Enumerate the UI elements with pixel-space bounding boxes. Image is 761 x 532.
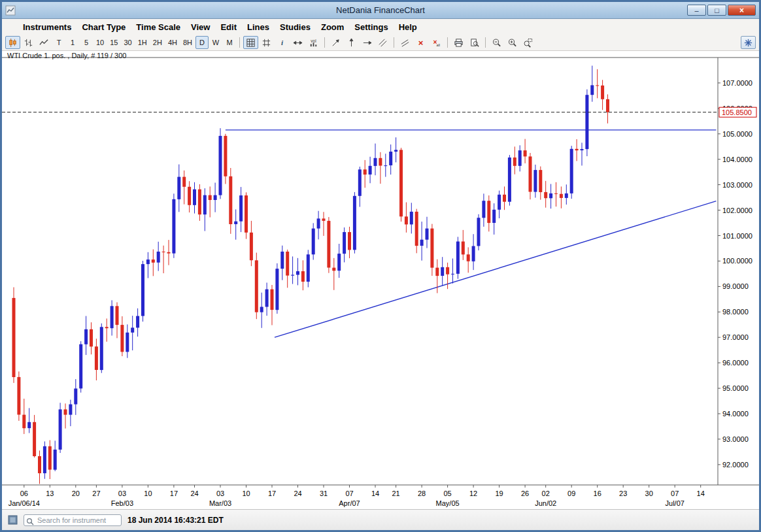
menu-item-studies[interactable]: Studies [275,21,316,33]
svg-text:94.0000: 94.0000 [722,410,749,418]
ohlc-bars-icon[interactable] [21,36,36,49]
timeframe-30-button[interactable]: 30 [122,36,135,49]
timeframe-15-button[interactable]: 15 [107,36,120,49]
svg-text:100.0000: 100.0000 [722,257,753,265]
svg-text:06: 06 [20,490,28,497]
svg-text:95.0000: 95.0000 [722,384,749,392]
timeframe-8h-button[interactable]: 8H [180,36,195,49]
timeframe-t-button[interactable]: T [52,36,65,49]
close-button[interactable]: × [728,5,756,16]
toolbar-separator [239,37,240,48]
svg-text:Jan/06/14: Jan/06/14 [8,499,40,507]
delete-all-lines-icon[interactable]: ×all [429,36,444,49]
svg-text:i: i [281,39,284,46]
svg-text:19: 19 [495,490,503,497]
print-icon[interactable] [451,36,466,49]
print-preview-icon[interactable] [467,36,482,49]
candlestick-chart[interactable]: 107.0000106.0000105.0000104.0000103.0000… [2,51,759,509]
delete-line-icon[interactable]: × [413,36,428,49]
svg-text:all: all [437,43,441,47]
svg-text:97.0000: 97.0000 [722,333,749,341]
grid-icon[interactable] [243,36,258,49]
timeframe-1-button[interactable]: 1 [66,36,79,49]
toolbar-separator [324,37,325,48]
volume-icon[interactable]: vol [306,36,321,49]
search-input[interactable] [24,514,122,526]
parallel-lines-tool-icon[interactable] [397,36,413,49]
svg-text:×: × [418,38,424,48]
menu-item-zoom[interactable]: Zoom [316,21,349,33]
x-axis: 0613202703101724031017243107142128051219… [8,485,705,507]
app-icon[interactable] [5,5,16,16]
channel-tool-icon[interactable] [375,36,390,49]
svg-text:10: 10 [144,490,152,497]
timeframe-5-button[interactable]: 5 [80,36,93,49]
candlestick-chart-icon[interactable] [5,36,20,49]
status-bar: 18 Jun 2014 16:43:21 EDT [2,509,759,530]
maximize-button[interactable]: □ [707,5,726,16]
svg-text:Mar/03: Mar/03 [209,499,231,507]
timeframe-1h-button[interactable]: 1H [135,36,150,49]
chart-plot-area[interactable] [2,58,718,485]
vertical-line-tool-icon[interactable] [344,36,359,49]
svg-text:102.0000: 102.0000 [722,207,753,214]
svg-text:105.0000: 105.0000 [722,130,753,138]
minimize-button[interactable]: – [687,5,706,16]
svg-text:17: 17 [268,490,276,497]
menu-item-view[interactable]: View [186,21,215,33]
svg-text:104.0000: 104.0000 [722,156,753,163]
svg-text:03: 03 [118,490,126,497]
toolbar-separator [447,37,448,48]
svg-text:17: 17 [170,490,178,497]
timeframe-d-button[interactable]: D [195,36,209,49]
timeframe-w-button[interactable]: W [209,36,222,49]
svg-text:May/05: May/05 [436,499,460,507]
svg-text:Jul/07: Jul/07 [666,499,685,507]
line-chart-icon[interactable] [37,36,52,49]
crosshair-grid-icon[interactable] [259,36,274,49]
toolbar: T151015301H2H4H8HDWMivol××all [2,35,759,51]
timeframe-2h-button[interactable]: 2H [150,36,165,49]
horizontal-line-tool-icon[interactable] [360,36,375,49]
menu-item-lines[interactable]: Lines [242,21,275,33]
svg-text:105.8500: 105.8500 [722,108,752,116]
timeframe-m-button[interactable]: M [223,36,236,49]
svg-text:10: 10 [242,490,250,497]
svg-text:13: 13 [46,490,54,497]
zoom-out-icon[interactable] [489,36,504,49]
timeframe-4h-button[interactable]: 4H [165,36,180,49]
window-title: NetDania FinanceChart [336,5,425,15]
zoom-box-icon[interactable] [520,36,535,49]
menu-item-time-scale[interactable]: Time Scale [131,21,186,33]
toolbar-separator [485,37,486,48]
svg-text:21: 21 [392,490,399,497]
zoom-in-icon[interactable] [505,36,520,49]
chart-pane: WTI Crude 1. pos. , Daily, # 119 / 300 1… [2,51,759,509]
horizontal-scroll-icon[interactable] [290,36,305,49]
svg-text:07: 07 [671,490,679,497]
pin-window-icon[interactable] [741,36,756,49]
svg-text:Jun/02: Jun/02 [535,499,556,507]
trend-line-tool-icon[interactable] [328,36,343,49]
titlebar: NetDania FinanceChart – □ × [2,2,759,19]
y-axis: 107.0000106.0000105.0000104.0000103.0000… [718,79,753,469]
status-indicator-icon [8,515,18,525]
svg-text:20: 20 [72,490,80,497]
svg-text:16: 16 [594,490,601,497]
svg-text:27: 27 [92,490,100,497]
svg-text:24: 24 [294,490,301,497]
info-icon[interactable]: i [275,36,290,49]
timestamp: 18 Jun 2014 16:43:21 EDT [127,516,224,525]
menu-item-help[interactable]: Help [394,21,422,33]
svg-text:26: 26 [521,490,529,497]
timeframe-10-button[interactable]: 10 [93,36,107,49]
svg-text:vol: vol [311,38,316,42]
menu-item-settings[interactable]: Settings [349,21,393,33]
svg-text:103.0000: 103.0000 [722,181,753,189]
svg-text:07: 07 [345,490,353,497]
menu-item-instruments[interactable]: Instruments [18,21,76,33]
menu-item-chart-type[interactable]: Chart Type [76,21,131,33]
menu-item-edit[interactable]: Edit [215,21,242,33]
svg-text:99.0000: 99.0000 [722,282,749,290]
svg-text:09: 09 [567,490,575,497]
